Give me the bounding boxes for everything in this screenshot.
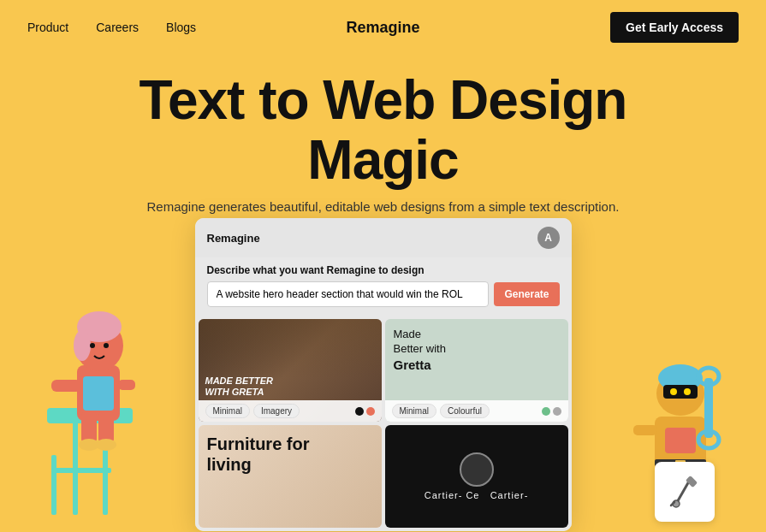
svg-rect-23 bbox=[665, 428, 696, 453]
preview-header: Remagine A bbox=[195, 218, 572, 257]
hero-headline-line1: Text to Web Design bbox=[140, 69, 627, 131]
svg-rect-10 bbox=[83, 376, 114, 411]
svg-rect-2 bbox=[51, 455, 56, 515]
card2-dots bbox=[542, 407, 561, 416]
nav-logo: Remagine bbox=[346, 19, 419, 37]
svg-point-29 bbox=[670, 388, 677, 395]
nav-cta-button[interactable]: Get Early Access bbox=[610, 12, 739, 43]
generate-button[interactable]: Generate bbox=[494, 282, 559, 306]
svg-point-9 bbox=[96, 439, 116, 451]
nav-blogs[interactable]: Blogs bbox=[166, 21, 196, 34]
card4-content: Cartier- Ce Cartier- bbox=[425, 452, 529, 500]
card1-badge-imagery: Imagery bbox=[253, 404, 300, 418]
svg-point-13 bbox=[74, 330, 91, 361]
preview-card-1[interactable]: MADE BETTERWITH GRETA Minimal Imagery bbox=[199, 319, 382, 422]
svg-rect-17 bbox=[118, 380, 135, 390]
svg-rect-34 bbox=[633, 425, 657, 435]
svg-rect-7 bbox=[98, 412, 114, 442]
preview-card-4[interactable]: Cartier- Ce Cartier- bbox=[385, 425, 568, 528]
hero-headline: Text to Web Design Magic bbox=[17, 70, 749, 191]
card2-dot2 bbox=[553, 407, 561, 416]
card4-text: Cartier- Ce Cartier- bbox=[425, 490, 529, 500]
card1-dot2 bbox=[366, 407, 375, 416]
card1-dot1 bbox=[355, 407, 364, 416]
svg-point-30 bbox=[684, 388, 691, 395]
prompt-input-row: Generate bbox=[207, 281, 560, 307]
prompt-label: Describe what you want Remagine to desig… bbox=[207, 264, 560, 276]
preview-prompt-area: Describe what you want Remagine to desig… bbox=[195, 257, 572, 316]
svg-rect-28 bbox=[663, 385, 698, 399]
card2-footer: Minimal Colourful bbox=[385, 400, 568, 422]
prompt-input[interactable] bbox=[207, 281, 490, 307]
preview-grid: MADE BETTERWITH GRETA Minimal Imagery Ma… bbox=[195, 316, 572, 531]
hero-headline-line2: Magic bbox=[307, 129, 458, 191]
card1-badge-minimal: Minimal bbox=[205, 404, 250, 418]
card2-dot1 bbox=[542, 407, 550, 416]
svg-point-15 bbox=[104, 343, 109, 348]
preview-avatar: A bbox=[537, 227, 560, 249]
preview-card-2[interactable]: MadeBetter withGretta Minimal Colourful bbox=[385, 319, 568, 422]
eyedropper-icon bbox=[666, 473, 704, 511]
svg-rect-16 bbox=[51, 380, 81, 392]
card2-text: MadeBetter withGretta bbox=[394, 328, 560, 374]
nav-links: Product Careers Blogs bbox=[27, 21, 196, 34]
card2-badges: Minimal Colourful bbox=[392, 404, 490, 418]
card2-badge-colourful: Colourful bbox=[440, 404, 490, 418]
preview-card-3[interactable]: Furniture forliving bbox=[199, 425, 382, 528]
svg-point-14 bbox=[90, 343, 95, 348]
card4-watch bbox=[460, 452, 494, 487]
card1-dots bbox=[355, 407, 375, 416]
preview-window: Remagine A Describe what you want Remagi… bbox=[195, 218, 572, 531]
card2-badge-minimal: Minimal bbox=[392, 404, 436, 418]
svg-rect-6 bbox=[81, 412, 97, 442]
card1-text: MADE BETTERWITH GRETA bbox=[205, 375, 273, 398]
card1-footer: Minimal Imagery bbox=[199, 400, 382, 422]
nav-careers[interactable]: Careers bbox=[96, 21, 139, 34]
card1-overlay bbox=[199, 319, 382, 379]
hero-subtext: Remagine generates beautiful, editable w… bbox=[17, 199, 749, 214]
preview-app-name: Remagine bbox=[207, 232, 260, 245]
nav-product[interactable]: Product bbox=[27, 21, 68, 34]
svg-rect-4 bbox=[51, 468, 111, 473]
illustration-left bbox=[26, 284, 154, 523]
card1-badges: Minimal Imagery bbox=[205, 404, 300, 418]
eyedropper-box bbox=[655, 462, 715, 522]
card3-bg: Furniture forliving bbox=[199, 425, 382, 528]
navbar: Product Careers Blogs Remagine Get Early… bbox=[0, 0, 766, 55]
card3-text: Furniture forliving bbox=[207, 434, 310, 475]
